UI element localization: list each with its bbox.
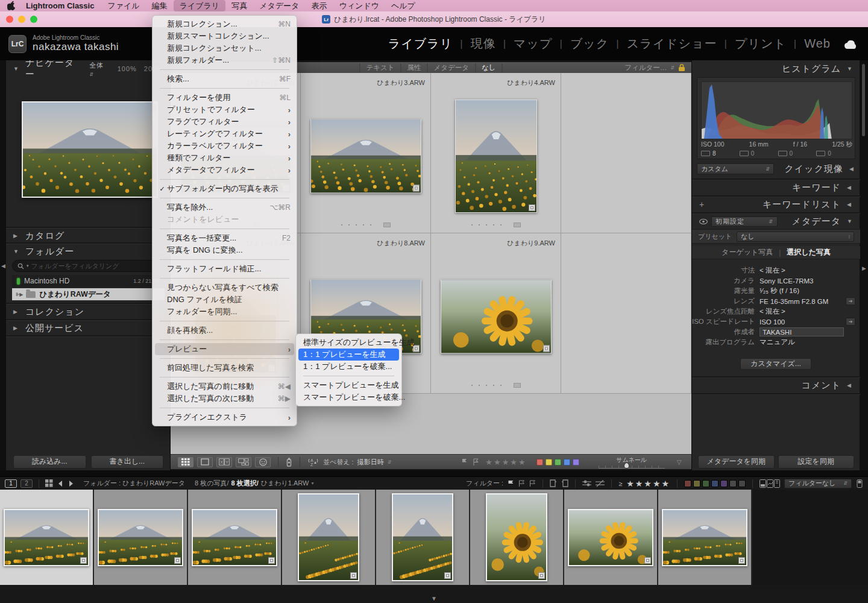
- menubar-app-name[interactable]: Lightroom Classic: [20, 0, 100, 11]
- filmstrip-cell[interactable]: [658, 490, 752, 585]
- filter-color-chip[interactable]: [729, 480, 737, 487]
- rating-operator[interactable]: ≥: [618, 480, 622, 487]
- hide-filmstrip-chevron-icon[interactable]: ▼: [431, 595, 437, 602]
- folder-disclosure-icon[interactable]: ⊩▶: [16, 292, 22, 297]
- menubar-item-ファイル[interactable]: ファイル: [101, 0, 145, 11]
- menu-item-顔を再検索[interactable]: 顔を再検索...: [155, 324, 294, 336]
- module-tab-プリント[interactable]: プリント: [735, 36, 787, 52]
- disclosure-triangle-icon[interactable]: ▼: [847, 66, 853, 72]
- color-label-chip[interactable]: [564, 459, 570, 466]
- menu-item-フラットフィールド補正[interactable]: フラットフィールド補正...: [155, 263, 294, 275]
- folder-row-selected[interactable]: ⊩▶ ひまわりRAWデータ: [12, 288, 165, 300]
- survey-view-button[interactable]: [236, 457, 251, 467]
- rating-dot-icon[interactable]: [500, 385, 502, 386]
- second-window-button[interactable]: 2: [20, 479, 33, 488]
- sync-metadata-button[interactable]: メタデータを同期: [698, 455, 775, 469]
- filter-lock-icon[interactable]: [678, 63, 685, 72]
- folders-header[interactable]: ▼フォルダー−: [6, 245, 171, 258]
- edit-status-unedited-icon[interactable]: [596, 480, 605, 487]
- import-button[interactable]: 読み込み...: [13, 455, 86, 469]
- sort-value-arrows-icon[interactable]: ⇵: [388, 459, 392, 465]
- menu-item-カラーラベルでフィルター[interactable]: カラーラベルでフィルター›: [155, 140, 294, 152]
- rating-dot-icon[interactable]: [493, 385, 494, 386]
- adjustment-badge-icon[interactable]: [543, 345, 550, 352]
- filmstrip-cell[interactable]: [564, 490, 658, 585]
- nav-zoom-100[interactable]: 100%: [118, 65, 137, 72]
- disclosure-triangle-icon[interactable]: ▼: [13, 66, 19, 72]
- filter-bar-item-テキスト[interactable]: テキスト: [359, 63, 400, 72]
- menu-item-サブフォルダー内の写真を表示[interactable]: ✓サブフォルダー内の写真を表示: [155, 183, 294, 195]
- rating-dot-icon[interactable]: [479, 385, 480, 386]
- grid-cell[interactable]: [561, 233, 691, 394]
- menubar-item-ヘルプ[interactable]: ヘルプ: [385, 0, 421, 11]
- submenu-item-1：1 プレビューを生成[interactable]: 1：1 プレビューを生成: [298, 349, 399, 361]
- minimize-window-button[interactable]: [18, 16, 25, 23]
- filter-color-chip[interactable]: [684, 480, 691, 487]
- color-label-chip[interactable]: [536, 459, 543, 466]
- module-tab-スライドショー[interactable]: スライドショー: [627, 36, 717, 52]
- adjustment-badge-icon[interactable]: [444, 572, 451, 579]
- flag-reject-icon[interactable]: x: [473, 458, 479, 466]
- adjustment-badge-icon[interactable]: [413, 185, 420, 191]
- filmstrip-thumbnail[interactable]: [4, 509, 89, 566]
- menu-item-新規フォルダー[interactable]: 新規フォルダー...⇧⌘N: [155, 54, 294, 66]
- forward-arrow-icon[interactable]: [68, 480, 75, 487]
- filmstrip-thumbnail[interactable]: [98, 509, 183, 566]
- filter-bar-item-属性[interactable]: 属性: [400, 63, 427, 72]
- filter-switch-icon[interactable]: [856, 479, 863, 488]
- nav-zoom-fit[interactable]: 全体 ⇵: [89, 61, 110, 77]
- rating-dot-icon[interactable]: [479, 224, 480, 226]
- filmstrip-cell[interactable]: [376, 490, 470, 585]
- menu-item-写真を DNG に変換[interactable]: 写真を DNG に変換...: [155, 244, 294, 256]
- grid-view-button[interactable]: [178, 457, 193, 467]
- filter-color-chip[interactable]: [693, 480, 700, 487]
- photo-thumbnail[interactable]: [455, 99, 537, 213]
- color-label-chip[interactable]: [546, 459, 552, 466]
- edit-status-edited-icon[interactable]: [582, 480, 591, 487]
- module-tab-Web[interactable]: Web: [804, 37, 831, 51]
- menu-item-見つからない写真をすべて検索[interactable]: 見つからない写真をすべて検索: [155, 282, 294, 294]
- copy-status-virtual-icon[interactable]: [561, 479, 568, 487]
- customize-button[interactable]: カスタマイズ...: [740, 358, 811, 370]
- filmstrip-thumbnail[interactable]: [568, 509, 653, 566]
- menu-item-フォルダーを同期[interactable]: フォルダーを同期...: [155, 306, 294, 318]
- publish-services-header[interactable]: ▶公開サービス: [6, 321, 171, 335]
- rating-dot-icon[interactable]: [471, 224, 473, 226]
- catalog-header[interactable]: ▶カタログ: [6, 229, 171, 242]
- menubar-item-編集[interactable]: 編集: [146, 0, 174, 11]
- submenu-item-標準サイズのプレビューを生成[interactable]: 標準サイズのプレビューを生成: [298, 336, 399, 349]
- menu-item-新規スマートコレクション[interactable]: 新規スマートコレクション...: [155, 30, 294, 42]
- collapse-left-panel-icon[interactable]: ◀: [1, 263, 5, 269]
- sync-settings-button[interactable]: 設定を同期: [778, 455, 855, 469]
- comments-header[interactable]: コメント◀: [692, 379, 860, 392]
- navigator-preview-image[interactable]: [22, 101, 158, 198]
- add-keyword-button[interactable]: +: [699, 200, 705, 209]
- volume-row[interactable]: Macintosh HD 1.2 / 21 TB: [12, 275, 165, 287]
- left-panel-gutter[interactable]: ◀: [0, 60, 6, 470]
- quick-develop-header[interactable]: クイック現像◀: [785, 163, 855, 175]
- histogram-chart[interactable]: [701, 81, 852, 139]
- menu-item-新規コレクション[interactable]: 新規コレクション...⌘N: [155, 18, 294, 30]
- menu-item-フィルターを使用[interactable]: フィルターを使用⌘L: [155, 92, 294, 104]
- filter-color-chip[interactable]: [720, 480, 728, 487]
- adjustment-badge-icon[interactable]: [268, 557, 275, 564]
- color-label-chip[interactable]: [555, 459, 561, 466]
- menu-item-選択した写真の前に移動[interactable]: 選択した写真の前に移動⌘◀: [155, 380, 294, 393]
- photo-thumbnail[interactable]: [310, 119, 421, 193]
- export-button[interactable]: 書き出し...: [91, 455, 164, 469]
- navigator-header[interactable]: ▼ ナビゲーター 全体 ⇵ 100% 200%: [6, 62, 171, 75]
- target-photo-tab[interactable]: ターゲット写真: [722, 247, 773, 257]
- module-tab-ライブラリ[interactable]: ライブラリ: [388, 36, 453, 52]
- filter-color-chip[interactable]: [702, 480, 709, 487]
- back-arrow-icon[interactable]: [57, 480, 64, 487]
- filmstrip-thumbnail[interactable]: [392, 493, 453, 581]
- painter-spray-icon[interactable]: [286, 457, 292, 467]
- menu-item-プレビュー[interactable]: プレビュー›: [155, 343, 294, 355]
- menu-item-レーティングでフィルター[interactable]: レーティングでフィルター›: [155, 128, 294, 140]
- filmstrip-cell[interactable]: [470, 490, 564, 585]
- submenu-item-スマートプレビューを破棄[interactable]: スマートプレビューを破棄...: [298, 391, 399, 403]
- rating-dot-icon[interactable]: [493, 224, 494, 226]
- saved-preset-dropdown[interactable]: カスタム⇵: [697, 163, 774, 174]
- module-tab-現像[interactable]: 現像: [471, 36, 496, 52]
- filter-color-chip[interactable]: [711, 480, 719, 487]
